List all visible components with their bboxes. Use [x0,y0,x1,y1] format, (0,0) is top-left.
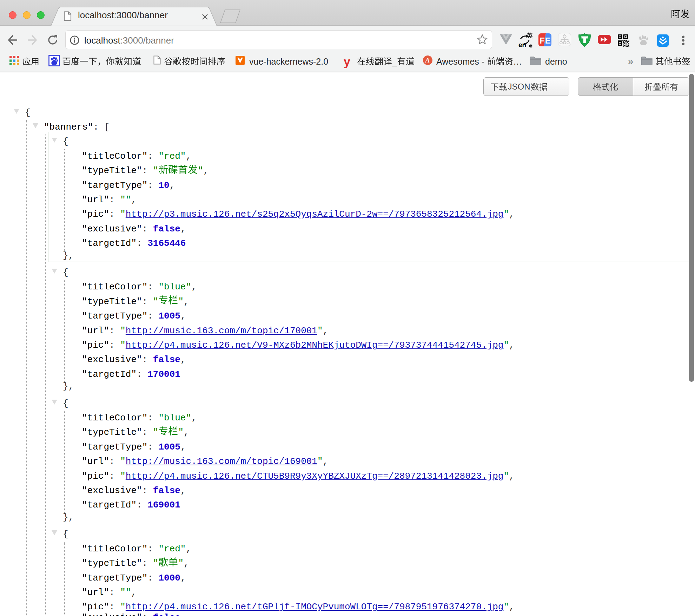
svg-text:en: en [518,41,526,48]
svg-text:A: A [425,57,430,64]
svg-text:E: E [545,36,551,45]
svg-text:F: F [540,36,545,45]
